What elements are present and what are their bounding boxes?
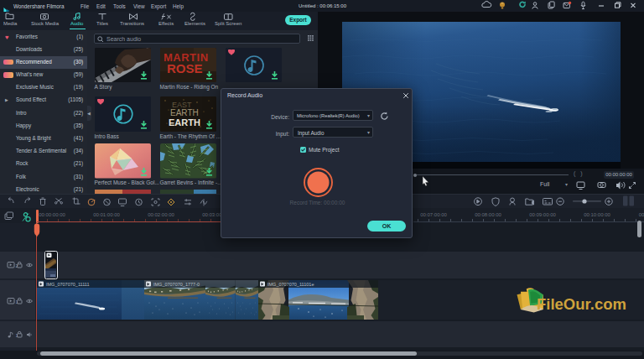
svg-text:00:02:00:00: 00:02:00:00 xyxy=(148,212,174,217)
svg-text:ROSE: ROSE xyxy=(167,61,203,75)
svg-text:EARTH: EARTH xyxy=(170,108,199,117)
svg-text:00:09:00:00: 00:09:00:00 xyxy=(529,212,556,217)
svg-text:00:01:00:00: 00:01:00:00 xyxy=(93,212,120,217)
svg-text:EARTH: EARTH xyxy=(169,117,200,127)
svg-text:00: 00 xyxy=(639,212,644,217)
svg-text:IMG_0707070_11111: IMG_0707070_11111 xyxy=(46,282,90,287)
svg-text:IMG_0707070_1777-0: IMG_0707070_1777-0 xyxy=(153,282,200,287)
svg-text:00:08:00:00: 00:08:00:00 xyxy=(475,212,501,217)
svg-text:00:10:00:00: 00:10:00:00 xyxy=(584,212,610,217)
svg-text:IMG_0707070_11101e: IMG_0707070_11101e xyxy=(267,282,314,287)
svg-text:FileOur.com: FileOur.com xyxy=(537,295,626,313)
svg-text:00:07:00:00: 00:07:00:00 xyxy=(420,212,447,217)
